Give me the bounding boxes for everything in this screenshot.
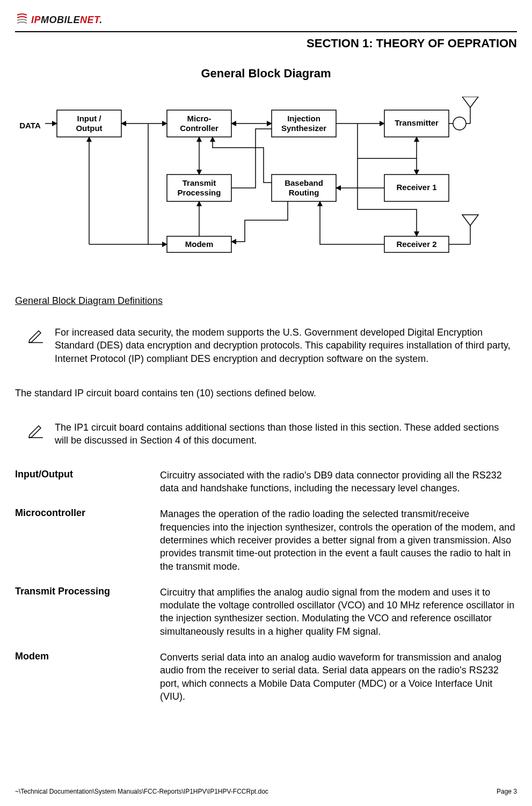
logo-waves-icon (15, 13, 29, 27)
body-sections-intro: The standard IP circuit board contains t… (15, 387, 517, 400)
antenna-tx-icon (449, 97, 478, 130)
def-term-io: Input/Output (15, 469, 160, 480)
note-security: For increased data security, the modem s… (15, 326, 517, 365)
box-input-output-l1: Input / (77, 114, 101, 123)
def-input-output: Input/Output Circuitry associated with t… (15, 469, 517, 495)
antenna-rx-icon (449, 215, 478, 244)
brand-logo: IPMOBILENET. (15, 11, 517, 29)
footer-path: ~\Technical Documentation\System Manuals… (15, 788, 268, 795)
footer-page: Page 3 (497, 788, 517, 795)
box-receiver2: Receiver 2 (396, 239, 436, 249)
def-modem: Modem Converts serial data into an analo… (15, 651, 517, 703)
block-diagram: DATA Input / Output Micro- Controller In… (15, 97, 517, 274)
header-rule (15, 31, 517, 32)
note-ip1: The IP1 circuit board contains additiona… (15, 421, 517, 447)
def-microcontroller: Microcontroller Manages the operation of… (15, 507, 517, 572)
def-desc-tp: Circuitry that amplifies the analog audi… (160, 586, 517, 638)
definitions-heading: General Block Diagram Definitions (15, 295, 517, 307)
box-micro-l1: Micro- (187, 114, 211, 123)
svg-point-10 (453, 117, 466, 130)
diagram-title: General Block Diagram (15, 67, 517, 81)
logo-mobile: MOBILE (41, 14, 80, 25)
box-txproc-l2: Processing (177, 188, 221, 197)
def-term-tp: Transmit Processing (15, 586, 160, 597)
box-transmitter: Transmitter (395, 118, 439, 127)
page-container: IPMOBILENET. SECTION 1: THEORY OF OEPRAT… (0, 0, 532, 806)
def-term-modem: Modem (15, 651, 160, 662)
box-receiver1: Receiver 1 (396, 183, 436, 192)
box-modem: Modem (185, 239, 213, 249)
pencil-note-icon (28, 422, 44, 438)
note-ip1-text: The IP1 circuit board contains additiona… (55, 421, 512, 447)
section-title: SECTION 1: THEORY OF OEPRATION (15, 37, 517, 50)
logo-ip: IP (31, 14, 41, 25)
box-baseband-l1: Baseband (285, 178, 323, 187)
note-security-text: For increased data security, the modem s… (55, 326, 512, 365)
box-injection-l2: Synthesizer (281, 124, 326, 133)
box-injection-l1: Injection (287, 114, 320, 123)
def-desc-modem: Converts serial data into an analog audi… (160, 651, 517, 703)
data-label-text: DATA (19, 121, 41, 130)
def-term-mc: Microcontroller (15, 507, 160, 519)
logo-text: IPMOBILENET. (31, 14, 103, 26)
box-input-output-l2: Output (76, 124, 102, 133)
logo-net: NET (80, 14, 99, 25)
def-desc-io: Circuitry associated with the radio's DB… (160, 469, 517, 495)
pencil-note-icon (28, 327, 44, 343)
box-micro-l2: Controller (180, 124, 218, 133)
page-footer: ~\Technical Documentation\System Manuals… (15, 788, 517, 795)
def-transmit-processing: Transmit Processing Circuitry that ampli… (15, 586, 517, 638)
box-baseband-l2: Routing (288, 188, 319, 197)
box-txproc-l1: Transmit (182, 178, 216, 187)
logo-dot: . (99, 14, 103, 25)
def-desc-mc: Manages the operation of the radio loadi… (160, 507, 517, 572)
